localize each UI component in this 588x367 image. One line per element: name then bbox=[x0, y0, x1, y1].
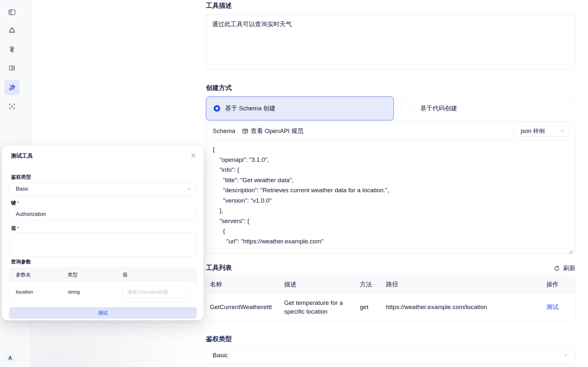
code-line: "servers": [ bbox=[213, 216, 569, 226]
creation-option-label: 基于 Schema 创建 bbox=[225, 104, 275, 113]
code-line: { bbox=[213, 226, 569, 236]
tool-list-heading: 工具列表 bbox=[206, 263, 232, 272]
tool-description-textarea[interactable]: 通过此工具可以查询实时天气 bbox=[206, 15, 575, 70]
query-params-label: 查询参数 bbox=[11, 259, 31, 265]
col-action: 操作 bbox=[546, 280, 572, 289]
tools-icon-active[interactable] bbox=[4, 80, 20, 95]
radio-unselected-icon bbox=[409, 105, 415, 112]
creation-option-label: 基于代码创建 bbox=[420, 104, 457, 113]
chevron-down-icon bbox=[563, 353, 568, 358]
sidebar-divider bbox=[3, 343, 29, 343]
workflow-route-icon[interactable] bbox=[4, 41, 20, 57]
radio-selected-icon bbox=[214, 105, 220, 112]
auth-type-select[interactable]: Basic bbox=[206, 347, 575, 364]
json-example-dropdown[interactable]: json 样例 bbox=[513, 125, 570, 137]
required-mark: * bbox=[17, 225, 19, 231]
book-docs-icon[interactable] bbox=[4, 61, 20, 76]
param-col-type: 类型 bbox=[68, 272, 123, 278]
schema-header: Schema 查看 OpenAPI 规范 json 样例 bbox=[206, 122, 575, 140]
tool-name: GetCurrentWeatherettt bbox=[210, 304, 284, 311]
refresh-button[interactable]: 刷新 bbox=[553, 264, 575, 272]
app-root: A 工具描述 通过此工具可以查询实时天气 创建方式 基于 Schema 创建 基… bbox=[0, 0, 588, 367]
param-col-name: 参数名 bbox=[16, 272, 68, 278]
modal-value-textarea[interactable] bbox=[9, 233, 197, 257]
col-name: 名称 bbox=[210, 280, 284, 289]
chevron-down-icon bbox=[560, 129, 565, 133]
test-tool-link[interactable]: 测试 bbox=[546, 303, 572, 311]
auth-type-value: Basic bbox=[213, 352, 228, 359]
col-path: 路径 bbox=[386, 280, 546, 289]
modal-auth-type-select[interactable]: Basic bbox=[9, 183, 197, 195]
query-params-table: 参数名 类型 值 location string bbox=[9, 268, 197, 302]
tool-method: get bbox=[360, 304, 386, 311]
sidebar-toggle-icon[interactable] bbox=[4, 5, 20, 20]
table-row: GetCurrentWeatherettt Get temperature fo… bbox=[206, 293, 575, 321]
test-tool-modal: 测试工具 鉴权类型 Basic 键* 值* 查询参数 参数名 类型 值 loca… bbox=[2, 145, 204, 320]
tool-description-cell: Get temperature for a specific location bbox=[284, 298, 360, 316]
chevron-down-icon bbox=[187, 187, 191, 191]
modal-key-input[interactable] bbox=[9, 208, 197, 221]
modal-auth-type-value: Basic bbox=[16, 186, 28, 192]
run-test-button[interactable]: 测试 bbox=[9, 307, 197, 319]
capture-icon[interactable] bbox=[4, 99, 20, 114]
code-line: "description": "Retrieves current weathe… bbox=[213, 185, 569, 195]
code-line: "info": { bbox=[213, 165, 569, 175]
code-line: { bbox=[213, 144, 569, 155]
refresh-icon bbox=[553, 265, 560, 272]
modal-title: 测试工具 bbox=[11, 152, 33, 160]
share-nodes-icon[interactable] bbox=[4, 23, 20, 38]
open-window-icon bbox=[242, 128, 249, 135]
col-description: 描述 bbox=[284, 280, 360, 289]
param-name: location bbox=[16, 289, 68, 295]
modal-key-label: 键* bbox=[11, 200, 19, 206]
code-line: }, bbox=[213, 206, 569, 216]
code-line: "title": "Get weather data", bbox=[213, 175, 569, 185]
creation-method-heading: 创建方式 bbox=[206, 83, 232, 92]
creation-option-schema[interactable]: 基于 Schema 创建 bbox=[206, 96, 394, 120]
tool-path: https://weather.example.com/location bbox=[386, 304, 546, 311]
param-value-input[interactable] bbox=[123, 286, 190, 298]
param-col-value: 值 bbox=[123, 272, 190, 278]
modal-value-label: 值* bbox=[11, 225, 19, 232]
query-param-row: location string bbox=[9, 282, 197, 302]
required-mark: * bbox=[17, 200, 19, 206]
close-icon[interactable] bbox=[190, 152, 197, 159]
auth-type-heading: 鉴权类型 bbox=[206, 335, 232, 343]
schema-code-editor[interactable]: { "openapi": "3.1.0", "info": { "title":… bbox=[206, 140, 575, 254]
table-header-row: 名称 描述 方法 路径 操作 bbox=[206, 276, 575, 293]
code-line: "openapi": "3.1.0", bbox=[213, 155, 569, 165]
view-openapi-spec-link[interactable]: 查看 OpenAPI 规范 bbox=[242, 127, 304, 135]
code-line: "version": "v1.0.0" bbox=[213, 195, 569, 206]
param-type: string bbox=[68, 289, 123, 295]
user-avatar[interactable]: A bbox=[5, 353, 15, 363]
creation-option-code[interactable]: 基于代码创建 bbox=[401, 96, 575, 120]
resize-handle[interactable] bbox=[568, 247, 573, 252]
schema-label: Schema bbox=[213, 128, 235, 135]
tool-list-table: 名称 描述 方法 路径 操作 GetCurrentWeatherettt Get… bbox=[206, 276, 575, 321]
query-params-header: 参数名 类型 值 bbox=[9, 268, 197, 282]
col-method: 方法 bbox=[360, 280, 386, 289]
schema-card: Schema 查看 OpenAPI 规范 json 样例 { "openapi"… bbox=[206, 122, 575, 254]
tool-description-heading: 工具描述 bbox=[206, 1, 232, 10]
code-line: "url": "https://weather.example.com" bbox=[213, 236, 569, 247]
main-content: 工具描述 通过此工具可以查询实时天气 创建方式 基于 Schema 创建 基于代… bbox=[206, 0, 575, 367]
modal-auth-type-label: 鉴权类型 bbox=[11, 174, 31, 181]
